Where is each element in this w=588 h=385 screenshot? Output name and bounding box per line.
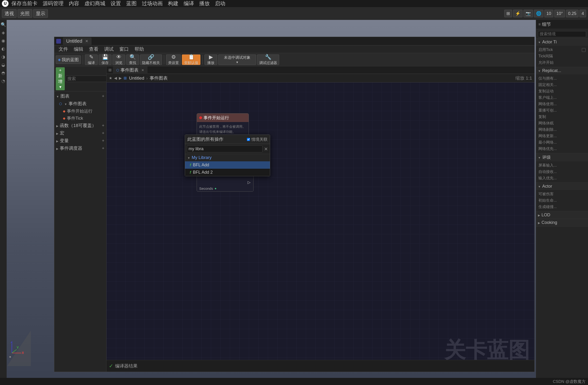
section-dispatchers[interactable]: 事件调度器 +	[54, 145, 106, 152]
bp-hide-btn[interactable]: 🔗 隐藏不相关	[140, 55, 162, 65]
scale-value-btn[interactable]: 0.25	[566, 10, 579, 17]
menu-content[interactable]: 内容	[66, 0, 82, 8]
rating-1-label: 屏幕输入...	[538, 163, 557, 168]
angle-value-btn[interactable]: 10°	[554, 10, 565, 17]
bp-debug-filter-btn[interactable]: 🔧 调试过滤器	[257, 55, 279, 65]
close-tab-icon[interactable]: ✕	[85, 39, 88, 43]
dispatchers-add-btn[interactable]: +	[102, 146, 104, 151]
cooking-header[interactable]: Cooking	[536, 219, 588, 226]
rating-header[interactable]: 评级	[536, 153, 588, 161]
tree-item-tick[interactable]: ◆ 事件Tick	[57, 115, 106, 122]
repl-12-label: 网络优先...	[538, 146, 557, 151]
my-blueprint-btn[interactable]: ◈ 我的蓝图	[56, 56, 81, 64]
action-item-bfl-add[interactable]: f BFL Add	[185, 161, 270, 169]
back-icon[interactable]: ◀	[114, 76, 117, 80]
bp-menu-view[interactable]: 查看	[86, 45, 101, 53]
bp-menu-help[interactable]: 帮助	[132, 45, 146, 53]
section-event-graph[interactable]: ⬡ 事件图表	[57, 100, 106, 108]
section-functions[interactable]: 函数（18可覆盖） +	[54, 122, 106, 129]
left-icon-3[interactable]: ◐	[0, 46, 6, 52]
category-my-library[interactable]: My Library	[185, 154, 270, 161]
action-search-input[interactable]	[187, 145, 263, 152]
bp-graph[interactable]: 关卡蓝图 事件开始运行 此节点被禁用，将不会被调用。请连出引线来编译功能。 ▷	[106, 82, 534, 372]
breadcrumb-title[interactable]: Untitled	[129, 76, 144, 81]
bp-class-settings-btn[interactable]: ⚙ 类设置	[166, 55, 181, 65]
perspective-text: 透视	[4, 10, 14, 17]
bp-class-defaults-btn[interactable]: 📋 变默认值	[182, 55, 200, 65]
bp-search-input[interactable]	[66, 76, 106, 82]
menu-blueprint[interactable]: 蓝图	[124, 0, 139, 8]
bp-title-tab[interactable]: Untitled ✕	[63, 38, 92, 45]
graph-label: 图表	[61, 93, 69, 99]
tree-item-begin-play[interactable]: ◆ 事件开始运行	[57, 108, 106, 115]
prop-actor-3: 生成碰撞...	[538, 204, 586, 210]
menu-settings[interactable]: 设置	[108, 0, 123, 8]
variables-label: 变量	[60, 138, 69, 144]
bp-find-btn[interactable]: 🔍 查找	[126, 55, 139, 65]
menu-launch[interactable]: 启动	[212, 0, 228, 8]
bp-menu-file[interactable]: 文件	[56, 45, 70, 53]
variables-add-btn[interactable]: +	[102, 138, 104, 143]
section-variables[interactable]: 变量 +	[54, 137, 106, 145]
menu-compile[interactable]: 编译	[181, 0, 196, 8]
left-icon-7[interactable]: ◔	[0, 78, 6, 84]
bp-debug-target-btn[interactable]: 未选中调试对象 ▼	[218, 55, 256, 65]
breadcrumb-graph[interactable]: 事件图表	[150, 75, 168, 81]
toolbar-lighting[interactable]: 光照	[18, 9, 32, 18]
toolbar-show[interactable]: 显示	[33, 9, 48, 18]
enable-tick-toggle[interactable]	[582, 48, 586, 52]
menu-play[interactable]: 播放	[197, 0, 212, 8]
left-icon-4[interactable]: ◑	[0, 54, 6, 60]
replication-header[interactable]: Replicat...	[536, 67, 588, 74]
bp-play-btn[interactable]: ▶ 播放	[205, 55, 217, 65]
section-graph[interactable]: 图表 +	[54, 92, 106, 100]
left-icon-1[interactable]: ◈	[0, 30, 6, 36]
bp-titlebar: Untitled ✕	[54, 37, 534, 45]
repl-6-label: 重播可创...	[538, 108, 557, 113]
bp-compile-btn[interactable]: ✎ 编译	[85, 55, 98, 65]
globe-icon-btn[interactable]: 🌐	[534, 10, 544, 17]
bp-save-btn[interactable]: 💾 保存	[99, 55, 111, 65]
left-icon-2[interactable]: ◉	[0, 38, 6, 44]
actor-header[interactable]: Actor	[536, 183, 588, 190]
snap-icon-btn[interactable]: ⚡	[513, 10, 523, 17]
bp-browse-btn[interactable]: 👁 浏览	[112, 55, 125, 65]
breadcrumb-grid-icon: ⊞	[124, 76, 127, 80]
action-menu-close-icon[interactable]: ✕	[264, 146, 268, 152]
bp-menu-debug[interactable]: 调试	[102, 45, 116, 53]
actor-ti-header[interactable]: Actor Ti	[536, 38, 588, 46]
menu-source[interactable]: 源码管理	[40, 0, 66, 8]
macros-add-btn[interactable]: +	[102, 131, 104, 136]
right-search-input[interactable]	[538, 31, 586, 37]
left-icon-6[interactable]: ◓	[0, 70, 6, 76]
extra-value-btn[interactable]: 4	[579, 10, 586, 17]
bp-menu-edit[interactable]: 编辑	[71, 45, 86, 53]
functions-add-btn[interactable]: +	[102, 123, 104, 128]
event-node-begin-play-header: 事件开始运行	[197, 114, 249, 122]
menu-marketplace[interactable]: 虚幻商城	[82, 0, 108, 8]
menu-cinematics[interactable]: 过场动画	[140, 0, 165, 8]
tab-close-icon[interactable]: ✕	[141, 68, 144, 72]
prop-repl-11: 最小网络...	[538, 139, 586, 146]
context-checkbox[interactable]	[247, 138, 250, 141]
camera-icon-btn[interactable]: 📷	[524, 10, 533, 17]
menu-save[interactable]: 保存当前卡	[9, 0, 40, 8]
section-macros[interactable]: 宏 +	[54, 129, 106, 137]
forward-icon[interactable]: ▶	[119, 76, 122, 80]
ue-logo[interactable]: U	[2, 0, 9, 7]
bp-menu-window[interactable]: 窗口	[117, 45, 131, 53]
menu-build[interactable]: 构建	[166, 0, 181, 8]
rating-3-label: 输入优先...	[538, 176, 557, 181]
begin-play-title: 事件开始运行	[204, 115, 229, 121]
bp-graph-tab[interactable]: ⬡ 事件图表 ✕	[113, 66, 147, 74]
bp-new-btn[interactable]: + 新增 ▾	[56, 67, 65, 90]
left-icon-search[interactable]: 🔍	[0, 22, 6, 27]
star-icon[interactable]: ★	[109, 76, 112, 80]
toolbar-perspective[interactable]: 透视	[2, 9, 17, 18]
graph-add-btn[interactable]: +	[102, 94, 104, 99]
left-icon-5[interactable]: ◒	[0, 62, 6, 68]
action-item-bfl-add-2[interactable]: f BFL Add 2	[185, 169, 270, 176]
grid-value-btn[interactable]: 10	[544, 10, 553, 17]
grid-icon-btn[interactable]: ⊞	[504, 10, 512, 17]
lod-header[interactable]: LOD	[536, 211, 588, 219]
